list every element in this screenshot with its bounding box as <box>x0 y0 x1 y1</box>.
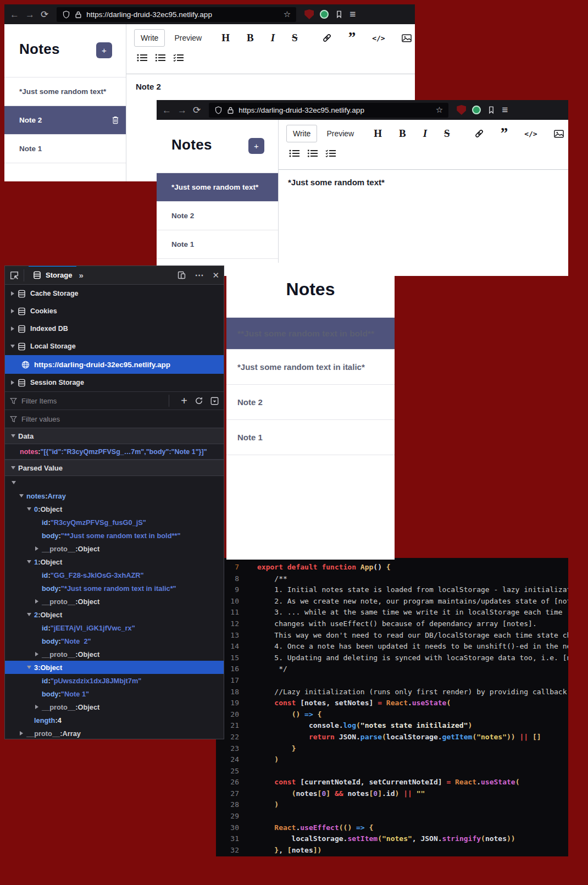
bullet-list-icon[interactable] <box>289 149 300 158</box>
note-item[interactable]: Note 1 <box>157 230 278 259</box>
code-line[interactable]: 16 */ <box>216 663 568 675</box>
italic-icon[interactable]: I <box>423 128 427 140</box>
variables-view-icon[interactable] <box>210 397 219 405</box>
chevron-down-icon[interactable] <box>18 494 25 497</box>
note-item[interactable]: *Just some random text* <box>157 173 278 202</box>
code-line[interactable]: 12 changes with useEffect() because of d… <box>216 618 568 630</box>
menu-icon[interactable]: ≡ <box>502 104 508 116</box>
chevron-down-icon[interactable] <box>26 613 32 616</box>
code-line[interactable]: 30 React.useEffect(() => { <box>216 822 568 834</box>
parsed-tree-row[interactable]: body:"Note 2" <box>5 634 224 648</box>
tab-write[interactable]: Write <box>286 125 317 142</box>
checklist-icon[interactable] <box>173 53 184 62</box>
parsed-tree-row[interactable]: 0:Object <box>5 502 224 516</box>
parsed-tree-row[interactable]: __proto__:Object <box>5 542 224 555</box>
close-icon[interactable]: ✕ <box>212 270 219 280</box>
code-line[interactable]: 28 ) <box>216 799 568 811</box>
chevron-right-icon[interactable] <box>34 705 40 709</box>
filter-items-input[interactable]: Filter Items <box>21 397 57 405</box>
bold-icon[interactable]: B <box>247 32 254 44</box>
pick-element-icon[interactable] <box>9 270 19 280</box>
parsed-tree-row[interactable]: __proto__:Array <box>5 727 224 739</box>
code-line[interactable]: 25 <box>216 766 568 777</box>
data-section-header[interactable]: Data <box>5 428 224 444</box>
parsed-value-section-header[interactable]: Parsed Value <box>5 460 224 476</box>
reload-button[interactable]: ⟳ <box>41 10 48 19</box>
parsed-tree-row[interactable]: __proto__:Object <box>5 648 224 661</box>
chevron-right-icon[interactable] <box>18 731 25 735</box>
parsed-tree-row[interactable]: 3:Object <box>5 661 224 674</box>
code-line[interactable]: 22 return JSON.parse(localStorage.getIte… <box>216 732 568 743</box>
chevron-right-icon[interactable] <box>9 309 16 313</box>
chevron-down-icon[interactable] <box>26 507 32 511</box>
tab-preview[interactable]: Preview <box>326 129 354 138</box>
note-item[interactable]: Note 1 <box>4 135 126 163</box>
parsed-tree-row[interactable]: 2:Object <box>5 608 224 621</box>
add-item-icon[interactable]: + <box>181 395 187 406</box>
delete-note-icon[interactable] <box>112 115 119 125</box>
url-bar[interactable]: https://darling-druid-32ec95.netlify.app… <box>57 7 296 22</box>
parsed-tree-row[interactable]: id:"R3cyQmzPFVSg_fusG0_jS" <box>5 516 224 529</box>
add-note-button[interactable]: + <box>96 42 112 58</box>
tab-preview[interactable]: Preview <box>174 34 202 42</box>
quote-icon[interactable]: ” <box>501 129 508 138</box>
storage-tree-item[interactable]: Session Storage <box>5 374 224 391</box>
code-line[interactable]: 31 localStorage.setItem("notes", JSON.st… <box>216 833 568 845</box>
link-icon[interactable] <box>322 33 332 43</box>
code-line[interactable]: 32 }, [notes]) <box>216 845 568 856</box>
link-icon[interactable] <box>474 129 484 139</box>
chevron-right-icon[interactable] <box>9 327 16 331</box>
storage-tree-item[interactable]: Local Storage <box>5 338 224 355</box>
shield-icon[interactable] <box>214 106 223 114</box>
code-line[interactable]: 17 <box>216 675 568 687</box>
bookmark-star-icon[interactable]: ☆ <box>436 105 443 115</box>
parsed-tree-row[interactable]: id:"jEETAjVl_iGK1jfVwc_rx" <box>5 621 224 634</box>
note-item[interactable]: Note 2 <box>226 385 395 420</box>
extension-icon[interactable] <box>472 106 481 114</box>
parsed-tree-row[interactable]: __proto__:Object <box>5 595 224 608</box>
tab-storage[interactable]: Storage <box>29 266 76 285</box>
code-line[interactable]: 15 5. Updating and deleting is synced wi… <box>216 652 568 664</box>
refresh-icon[interactable] <box>195 396 203 405</box>
save-page-icon[interactable] <box>487 106 496 114</box>
filter-values-input[interactable]: Filter values <box>21 415 60 423</box>
back-button[interactable]: ← <box>10 10 19 19</box>
url-text[interactable]: https://darling-druid-32ec95.netlify.app <box>86 10 212 19</box>
parsed-tree-row[interactable]: body:"Note 1" <box>5 687 224 700</box>
editor-textarea[interactable]: Note 2 <box>126 74 415 99</box>
menu-icon[interactable]: ≡ <box>350 8 356 20</box>
parsed-tree-row[interactable]: id:"pUwszdzix1dxJ8JMbjt7m" <box>5 674 224 687</box>
checklist-icon[interactable] <box>325 149 336 158</box>
numbered-list-icon[interactable] <box>307 149 318 158</box>
code-line[interactable]: 21 console.log("notes state initilaized"… <box>216 720 568 732</box>
note-item[interactable]: Note 2 <box>4 106 126 135</box>
devtools-menu-icon[interactable]: ⋯ <box>195 270 204 280</box>
strikethrough-icon[interactable]: S <box>292 32 298 44</box>
parsed-tree-row[interactable]: id:"GG_F28-sJklOsG-3xhAZR" <box>5 568 224 582</box>
bookmark-star-icon[interactable]: ☆ <box>284 9 291 19</box>
parsed-tree-row[interactable] <box>5 476 224 489</box>
note-item[interactable]: Note 1 <box>226 420 395 455</box>
parsed-tree-row[interactable]: body:"**Just some random text in bold**" <box>5 529 224 542</box>
bullet-list-icon[interactable] <box>137 53 148 62</box>
storage-tree-item[interactable]: Cookies <box>5 302 224 320</box>
strikethrough-icon[interactable]: S <box>444 128 450 140</box>
code-line[interactable]: 18 //Lazy initialization (runs only firs… <box>216 687 568 698</box>
code-line[interactable]: 7export default function App() { <box>216 562 568 573</box>
storage-origin-item[interactable]: https://darling-druid-32ec95.netlify.app <box>5 355 224 374</box>
ublock-extension-icon[interactable] <box>304 9 314 19</box>
forward-button[interactable]: → <box>177 106 187 115</box>
storage-tree-item[interactable]: Cache Storage <box>5 285 224 302</box>
shield-icon[interactable] <box>62 10 70 19</box>
parsed-tree-row[interactable]: length:4 <box>5 713 224 727</box>
note-item[interactable]: *Just some random text* <box>4 78 126 106</box>
parsed-tree-row[interactable]: body:"*Just some random text in italic*" <box>5 582 224 595</box>
code-line[interactable]: 27 (notes[0] && notes[0].id) || "" <box>216 788 568 800</box>
chevron-right-icon[interactable] <box>9 291 16 296</box>
code-line[interactable]: 19 const [notes, setNotes] = React.useSt… <box>216 698 568 709</box>
code-line[interactable]: 29 <box>216 811 568 822</box>
quote-icon[interactable]: ” <box>348 34 356 42</box>
ublock-extension-icon[interactable] <box>457 105 466 115</box>
parsed-tree-row[interactable]: 1:Object <box>5 555 224 568</box>
code-line[interactable]: 11 3. ... while at the same time we writ… <box>216 607 568 618</box>
